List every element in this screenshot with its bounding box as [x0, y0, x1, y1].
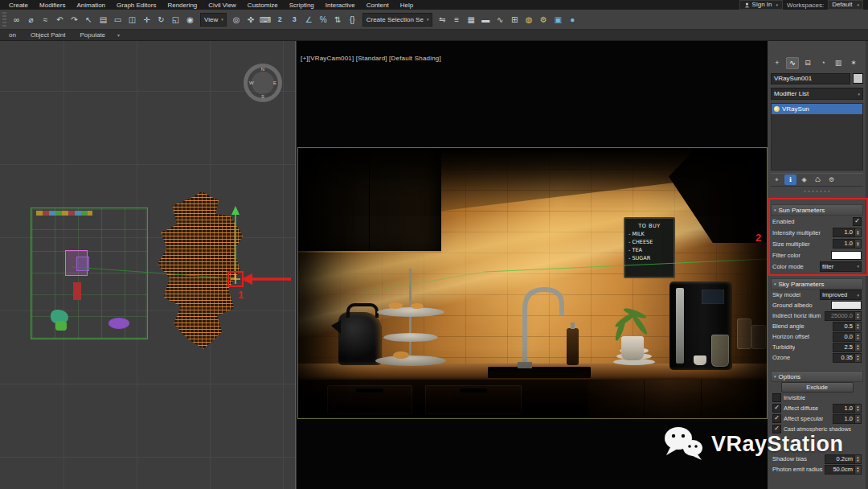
ribbon-tab-on[interactable]: on	[2, 31, 23, 39]
intensity-multiplier-spinner[interactable]: 1.0	[833, 228, 862, 237]
workspaces-select[interactable]: Default	[828, 0, 863, 10]
snap-toggle-3d[interactable]: 3	[288, 13, 301, 27]
spinner-arrows-icon[interactable]	[855, 353, 862, 363]
modifier-list-dropdown[interactable]: Modifier List	[771, 88, 863, 100]
spinner-snap-toggle[interactable]: ⇅	[331, 13, 345, 27]
spinner-arrows-icon[interactable]	[855, 228, 862, 237]
filter-color-swatch[interactable]	[831, 251, 862, 260]
menu-rendering[interactable]: Rendering	[162, 2, 203, 9]
utilities-tab[interactable]: ✶	[847, 57, 860, 69]
render-production[interactable]: ●	[566, 13, 579, 27]
spinner-arrows-icon[interactable]	[855, 322, 862, 331]
edit-named-selection-sets[interactable]: {}	[346, 13, 359, 27]
select-and-scale[interactable]: ◱	[169, 13, 182, 27]
redo[interactable]: ↷	[68, 13, 81, 27]
unlink-selection[interactable]: ⌀	[24, 13, 38, 27]
turbidity-spinner[interactable]: 2.5	[833, 343, 862, 352]
affect-specular-spinner[interactable]: 1.0	[833, 414, 862, 424]
curve-editor[interactable]: ∿	[493, 13, 507, 27]
select-and-place[interactable]: ◉	[183, 13, 197, 27]
ribbon-tab-populate[interactable]: Populate	[72, 31, 113, 39]
spinner-arrows-icon[interactable]	[855, 465, 862, 475]
exclude-button[interactable]: Exclude	[781, 382, 854, 392]
viewport-camera[interactable]: [+][VRayCam001] [Standard] [Default Shad…	[297, 40, 768, 489]
modify-tab[interactable]: ∿	[786, 57, 799, 69]
select-and-rotate[interactable]: ↻	[154, 13, 168, 27]
remove-modifier[interactable]: ♺	[812, 175, 824, 185]
toolbar-drag-handle[interactable]	[2, 12, 6, 27]
blend-angle-spinner[interactable]: 0.5	[833, 322, 862, 331]
chevron-down-icon[interactable]: ▾	[117, 32, 120, 38]
named-selection-set-combo[interactable]: Create Selection Se	[362, 13, 432, 27]
select-and-link[interactable]: ∞	[10, 13, 23, 27]
rendered-frame-window[interactable]: ▣	[551, 13, 565, 27]
viewport-top[interactable]: N W S E	[0, 40, 296, 489]
motion-tab[interactable]: ◔	[817, 57, 829, 69]
size-multiplier-spinner[interactable]: 1.0	[833, 239, 862, 249]
spinner-arrows-icon[interactable]	[855, 311, 862, 321]
hierarchy-tab[interactable]: ⊟	[801, 57, 814, 69]
schematic-view[interactable]: ⊞	[508, 13, 522, 27]
percent-snap-toggle[interactable]: %	[317, 13, 330, 27]
use-pivot-point-center[interactable]: ◎	[230, 13, 244, 27]
bind-to-space-warp[interactable]: ≈	[39, 13, 52, 27]
enabled-checkbox[interactable]: ✓	[853, 217, 862, 226]
spinner-arrows-icon[interactable]	[855, 332, 862, 342]
menu-interactive[interactable]: Interactive	[320, 2, 361, 9]
rollout-header-options[interactable]: Options	[771, 371, 863, 382]
menu-scripting[interactable]: Scripting	[284, 2, 320, 9]
spinner-arrows-icon[interactable]	[855, 454, 862, 464]
panel-scroll-grip[interactable]	[803, 188, 831, 195]
sign-in-button[interactable]: Sign In	[739, 0, 783, 10]
mirror[interactable]: ⇋	[436, 13, 449, 27]
menu-content[interactable]: Content	[361, 2, 395, 9]
keyboard-shortcut-override[interactable]: ⌨	[259, 13, 272, 27]
menu-modifiers[interactable]: Modifiers	[34, 2, 71, 9]
affect-specular-checkbox[interactable]: ✓	[772, 414, 781, 423]
modifier-stack[interactable]: VRaySun	[771, 103, 863, 171]
create-tab[interactable]: +	[771, 57, 784, 69]
menu-civil-view[interactable]: Civil View	[203, 2, 242, 9]
select-and-move[interactable]: ✛	[140, 13, 154, 27]
select-object[interactable]: ↖	[82, 13, 96, 27]
window-crossing[interactable]: ◫	[125, 13, 139, 27]
rollout-header-sky-parameters[interactable]: Sky Parameters	[771, 278, 863, 290]
select-by-name[interactable]: ▤	[96, 13, 110, 27]
reference-coordinate-system-combo[interactable]: View	[200, 13, 227, 27]
photon-emit-radius-spinner[interactable]: 50.0cm	[825, 465, 862, 475]
object-name-field[interactable]: VRaySun001	[771, 73, 850, 84]
spinner-arrows-icon[interactable]	[855, 404, 862, 413]
menu-help[interactable]: Help	[395, 2, 419, 9]
ground-albedo-swatch[interactable]	[831, 301, 862, 310]
stack-item-vraysun[interactable]: VRaySun	[772, 104, 862, 114]
snap-toggle-2d[interactable]: 2	[273, 13, 287, 27]
affect-diffuse-checkbox[interactable]: ✓	[772, 404, 781, 413]
angle-snap-toggle[interactable]: ∠	[302, 13, 316, 27]
menu-graph-editors[interactable]: Graph Editors	[111, 2, 162, 9]
color-mode-dropdown[interactable]: filter	[820, 261, 862, 272]
align[interactable]: ≡	[450, 13, 464, 27]
affect-diffuse-spinner[interactable]: 1.0	[833, 404, 862, 413]
invisible-checkbox[interactable]	[772, 393, 781, 402]
sky-model-dropdown[interactable]: Improved	[820, 290, 862, 300]
configure-modifier-sets[interactable]: ⚙	[825, 175, 837, 185]
menu-customize[interactable]: Customize	[242, 2, 284, 9]
viewport-label[interactable]: [+][VRayCam001] [Standard] [Default Shad…	[301, 55, 441, 62]
toggle-ribbon[interactable]: ▬	[479, 13, 493, 27]
menu-create[interactable]: Create	[3, 2, 34, 9]
selection-region[interactable]: ▭	[111, 13, 125, 27]
indirect-horiz-illum-spinner[interactable]: 25000.0	[825, 311, 862, 321]
object-color-swatch[interactable]	[853, 73, 863, 84]
material-editor[interactable]: ◍	[522, 13, 536, 27]
spinner-arrows-icon[interactable]	[855, 239, 862, 249]
spinner-arrows-icon[interactable]	[855, 414, 862, 424]
make-unique[interactable]: ◈	[798, 175, 810, 185]
horizon-offset-spinner[interactable]: 0.0	[833, 332, 862, 342]
ozone-spinner[interactable]: 0.35	[833, 353, 862, 363]
select-and-manipulate[interactable]: ✜	[244, 13, 258, 27]
ribbon-tab-object-paint[interactable]: Object Paint	[23, 31, 73, 39]
show-end-result[interactable]: ℹ	[784, 175, 796, 185]
pin-stack[interactable]: ⌖	[771, 175, 783, 185]
display-tab[interactable]: ▥	[832, 57, 845, 69]
render-setup[interactable]: ⚙	[537, 13, 551, 27]
